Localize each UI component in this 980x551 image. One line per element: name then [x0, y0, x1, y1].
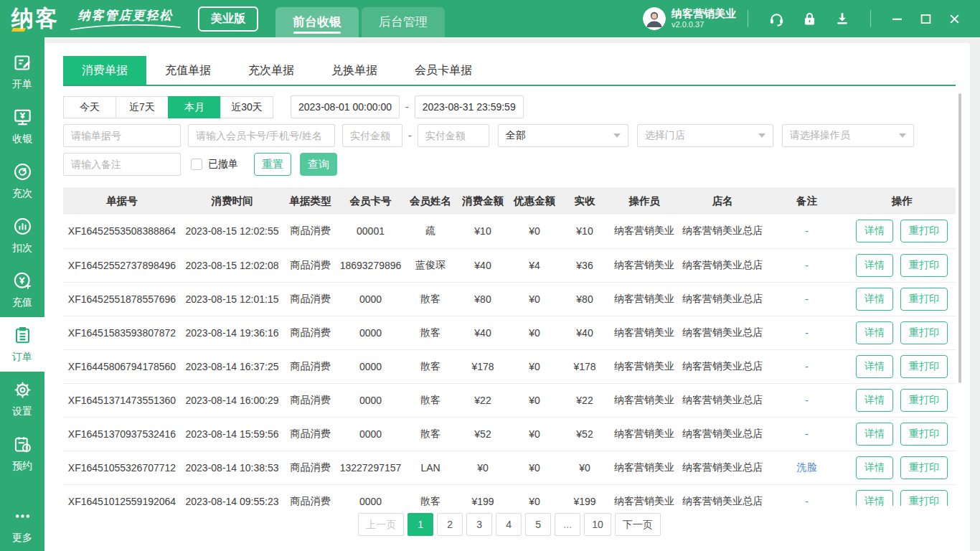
page-button-5[interactable]: 5 — [525, 513, 551, 536]
remark-input[interactable] — [63, 153, 181, 176]
reprint-button[interactable]: 重打印 — [900, 288, 948, 311]
chevron-down-icon — [758, 133, 765, 138]
sidebar-item-recharge-times[interactable]: 充次 — [0, 154, 44, 208]
sidebar-item-deduct-times[interactable]: 扣次 — [0, 208, 44, 263]
detail-button[interactable]: 详情 — [856, 389, 893, 412]
cell-member: 散客 — [404, 417, 457, 451]
detail-button[interactable]: 详情 — [856, 355, 893, 378]
reprint-button[interactable]: 重打印 — [900, 423, 948, 446]
cell-amount: ¥22 — [457, 383, 509, 417]
detail-button[interactable]: 详情 — [856, 423, 893, 446]
column-header-5: 消费金额 — [457, 187, 509, 215]
cell-time: 2023-08-14 10:38:53 — [181, 451, 283, 484]
vertical-scrollbar[interactable] — [958, 93, 961, 383]
top-nav-tab-0[interactable]: 前台收银 — [275, 7, 359, 37]
detail-button[interactable]: 详情 — [856, 288, 893, 311]
cell-member: 散客 — [404, 484, 457, 506]
lock-icon[interactable] — [801, 10, 818, 27]
cell-operator: 纳客营销美业 — [609, 451, 679, 484]
reprint-button[interactable]: 重打印 — [900, 321, 948, 344]
sidebar-item-cashier[interactable]: 收银 — [0, 99, 44, 154]
amount-max-input[interactable] — [418, 124, 489, 147]
cell-order-no: XF16451583593807872 — [63, 316, 181, 349]
reprint-button[interactable]: 重打印 — [900, 254, 948, 277]
top-nav-tab-1[interactable]: 后台管理 — [362, 7, 445, 37]
reprint-button[interactable]: 重打印 — [900, 456, 948, 479]
cell-type: 商品消费 — [283, 349, 337, 383]
reset-button[interactable]: 重置 — [254, 153, 291, 176]
settings-icon — [13, 380, 32, 402]
doc-tab-3[interactable]: 兑换单据 — [313, 56, 396, 85]
remark-link[interactable]: 洗脸 — [797, 461, 817, 473]
quick-range-2[interactable]: 本月 — [168, 96, 221, 118]
page-button-3[interactable]: 3 — [466, 513, 492, 536]
minimize-button[interactable] — [886, 9, 908, 28]
cell-time: 2023-08-14 16:37:25 — [181, 349, 283, 383]
remark-link: - — [805, 260, 809, 271]
orders-icon — [13, 326, 32, 347]
page-button-2[interactable]: 2 — [437, 513, 463, 536]
detail-button[interactable]: 详情 — [856, 220, 893, 242]
sidebar-item-orders[interactable]: 订单 — [0, 317, 44, 372]
quick-range-1[interactable]: 近7天 — [116, 96, 169, 118]
detail-button[interactable]: 详情 — [856, 254, 893, 277]
revoked-checkbox[interactable] — [191, 159, 202, 170]
cell-paid: ¥40 — [560, 316, 609, 349]
reprint-button[interactable]: 重打印 — [900, 355, 948, 378]
cell-store: 纳客营销美业总店 — [679, 215, 765, 248]
close-button[interactable] — [943, 9, 965, 28]
table-row: XF164525518785576962023-08-15 12:01:15商品… — [63, 282, 956, 316]
doc-tab-0[interactable]: 消费单据 — [63, 56, 146, 85]
table-row: XF164513714735513602023-08-14 16:00:29商品… — [63, 383, 956, 417]
cell-time: 2023-08-15 12:01:15 — [181, 282, 283, 316]
page-button-10[interactable]: 10 — [584, 513, 611, 536]
main-area: 消费单据充值单据充次单据兑换单据会员卡单据 今天近7天本月近30天 - - 全部 — [44, 37, 980, 551]
detail-button[interactable]: 详情 — [856, 456, 893, 479]
detail-button[interactable]: 详情 — [856, 490, 893, 507]
page-button-4[interactable]: 4 — [496, 513, 522, 536]
cell-actions: 详情重打印 — [848, 215, 956, 248]
sidebar-item-billing[interactable]: 开单 — [0, 44, 44, 99]
date-to-input[interactable] — [415, 95, 524, 118]
avatar[interactable] — [643, 7, 666, 30]
cashier-icon — [13, 108, 32, 129]
tagline-text: 纳客管店更轻松 — [78, 7, 174, 24]
sidebar-item-settings[interactable]: 设置 — [0, 372, 44, 426]
reprint-button[interactable]: 重打印 — [900, 220, 948, 242]
doc-tab-2[interactable]: 充次单据 — [230, 56, 313, 85]
edition-button[interactable]: 美业版 — [198, 6, 258, 32]
reprint-button[interactable]: 重打印 — [900, 490, 948, 507]
quick-range-3[interactable]: 近30天 — [220, 96, 273, 118]
reprint-button[interactable]: 重打印 — [900, 389, 948, 412]
amount-min-input[interactable] — [342, 124, 402, 147]
sidebar-item-more[interactable]: 更多 — [0, 504, 44, 547]
app-header: 纳客 纳客管店更轻松 美业版 前台收银后台管理 纳客营销美业 v2.0.0.37 — [0, 0, 980, 37]
sidebar-item-appointment[interactable]: 预约 — [0, 426, 44, 481]
cell-amount: ¥80 — [457, 282, 509, 316]
type-select[interactable]: 全部 — [498, 124, 628, 147]
detail-button[interactable]: 详情 — [856, 321, 893, 344]
cell-card-no: 0000 — [337, 316, 404, 349]
cell-discount: ¥0 — [509, 215, 560, 248]
page-prev-button[interactable]: 上一页 — [358, 513, 404, 536]
member-search-input[interactable] — [188, 124, 335, 147]
download-icon[interactable] — [834, 10, 851, 27]
maximize-button[interactable] — [915, 9, 936, 28]
order-no-input[interactable] — [63, 124, 181, 147]
cell-paid: ¥22 — [560, 383, 609, 417]
store-select[interactable]: 选择门店 — [637, 124, 773, 147]
doc-tab-1[interactable]: 充值单据 — [146, 56, 230, 85]
customer-service-icon[interactable] — [768, 10, 785, 27]
cell-order-no: XF16451055326707712 — [63, 451, 181, 484]
top-nav: 前台收银后台管理 — [275, 7, 445, 37]
page-next-button[interactable]: 下一页 — [615, 513, 661, 536]
cell-operator: 纳客营销美业 — [609, 282, 679, 316]
sidebar-item-recharge[interactable]: 充值 — [0, 263, 44, 317]
date-from-input[interactable] — [291, 95, 400, 118]
doc-tab-4[interactable]: 会员卡单据 — [396, 56, 491, 85]
page-button-1[interactable]: 1 — [407, 513, 433, 536]
search-button[interactable]: 查询 — [300, 153, 337, 176]
quick-range-0[interactable]: 今天 — [63, 96, 116, 118]
column-header-9: 店名 — [679, 187, 765, 215]
operator-select[interactable]: 请选择操作员 — [782, 124, 914, 147]
